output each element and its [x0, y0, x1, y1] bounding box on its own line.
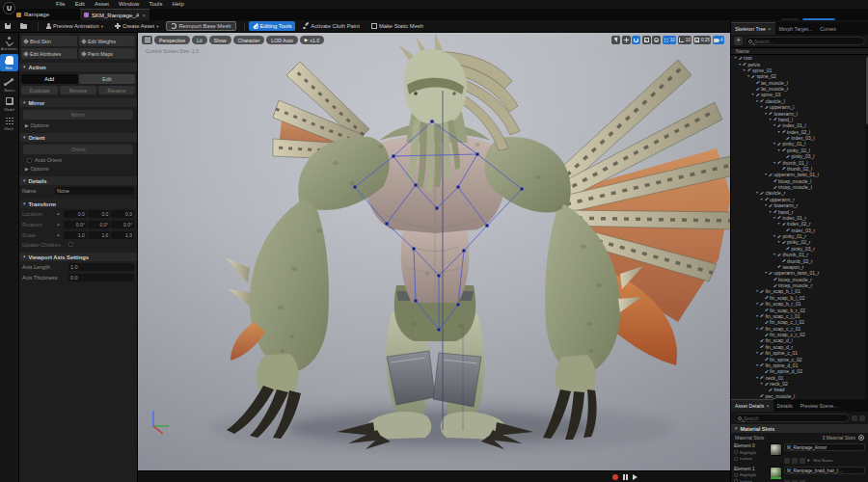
- browse-content-button[interactable]: [17, 21, 30, 31]
- save-button[interactable]: [2, 21, 14, 31]
- playback-speed-pill[interactable]: ▶x1.0: [300, 36, 324, 44]
- menu-window[interactable]: Window: [119, 0, 139, 9]
- close-icon[interactable]: ×: [768, 26, 772, 32]
- section-header-action[interactable]: ▼Action: [19, 63, 137, 71]
- paint-maps-button[interactable]: Paint Maps: [79, 48, 135, 59]
- camera-speed-button[interactable]: 4: [713, 36, 724, 44]
- transform-value-field[interactable]: 1.0: [64, 231, 87, 239]
- transform-value-field[interactable]: 0.0°: [88, 221, 111, 228]
- tree-row-pec_muscle_l[interactable]: pec_muscle_l: [731, 393, 868, 399]
- mirror-options-row[interactable]: ▶Options: [19, 120, 137, 129]
- activate-cloth-paint-button[interactable]: Activate Cloth Paint: [299, 21, 364, 31]
- section-header-details[interactable]: ▼Details: [19, 176, 137, 185]
- mirror-button[interactable]: Mirror: [23, 110, 133, 120]
- rotate-button[interactable]: [632, 36, 640, 44]
- tab-curves[interactable]: Curves: [816, 22, 839, 35]
- pause-icon[interactable]: [623, 474, 628, 480]
- reset-icon[interactable]: [800, 458, 805, 464]
- edit-weights-button[interactable]: Edit Weights: [79, 36, 135, 46]
- mode-bones[interactable]: Bones: [0, 73, 18, 94]
- reimport-base-mesh-button[interactable]: Reimport Base Mesh: [166, 21, 235, 31]
- use-selected-icon[interactable]: [784, 458, 790, 464]
- orient-button[interactable]: Orient: [23, 145, 133, 154]
- section-header-viewport-axis[interactable]: ▼Viewport Axis Settings: [19, 253, 137, 261]
- rename-button[interactable]: Rename: [98, 86, 135, 94]
- axis-setting-field[interactable]: 1.0: [68, 263, 134, 271]
- gear-icon[interactable]: [858, 435, 864, 441]
- lock-icon[interactable]: ▲: [55, 211, 62, 216]
- preview-animation-button[interactable]: Preview Animation▾: [42, 21, 107, 31]
- chevron-down-icon[interactable]: ▾: [807, 458, 809, 463]
- highlight-checkbox[interactable]: [734, 450, 738, 454]
- transform-value-field[interactable]: 0.0°: [64, 221, 87, 228]
- viewport-pill-show[interactable]: Show: [209, 36, 231, 44]
- viewport-pill-perspective[interactable]: Perspective: [154, 36, 190, 44]
- section-header-transform[interactable]: ▼Transform: [19, 200, 137, 208]
- viewport-pill-lit[interactable]: Lit: [192, 36, 206, 44]
- tab-preview-scene-[interactable]: Preview Scene...: [797, 399, 842, 412]
- 3d-viewport[interactable]: PerspectiveLitShowCharacterLOD Auto▶x1.0…: [138, 33, 730, 470]
- move-button[interactable]: [622, 36, 631, 44]
- make-static-mesh-button[interactable]: Make Static Mesh: [367, 21, 427, 31]
- mode-skin[interactable]: Skin: [0, 54, 18, 71]
- duplicate-button[interactable]: Duplicate: [21, 86, 58, 94]
- cursor-button[interactable]: [611, 36, 620, 44]
- menu-tools[interactable]: Tools: [149, 0, 162, 9]
- close-tab-icon[interactable]: ×: [142, 13, 146, 18]
- auto-orient-checkbox[interactable]: [27, 158, 32, 163]
- menu-help[interactable]: Help: [172, 0, 183, 9]
- tab-details[interactable]: Details: [773, 399, 797, 412]
- details-search-box[interactable]: [734, 414, 850, 422]
- save-settings-icon[interactable]: [852, 415, 857, 421]
- mode-animation[interactable]: Animation: [0, 35, 18, 52]
- transform-value-field[interactable]: 1.0: [88, 231, 111, 239]
- viewport-pill-character[interactable]: Character: [233, 36, 265, 44]
- transform-value-field[interactable]: 1.0: [111, 231, 134, 239]
- section-header-orient[interactable]: ▼Orient: [19, 133, 137, 142]
- update-children-checkbox[interactable]: [68, 242, 73, 247]
- menu-file[interactable]: File: [56, 0, 66, 9]
- tab-asset-details[interactable]: Asset Details×: [731, 399, 773, 412]
- details-search-input[interactable]: [744, 415, 846, 421]
- bind-skin-button[interactable]: Bind Skin: [21, 36, 77, 46]
- remove-button[interactable]: Remove: [60, 86, 96, 94]
- isolate-checkbox[interactable]: [734, 457, 738, 461]
- orient-options-row[interactable]: ▶Options: [19, 164, 137, 173]
- skeleton-search-box[interactable]: [745, 37, 865, 45]
- transform-value-field[interactable]: 0.0: [88, 210, 111, 218]
- material-dropdown[interactable]: M_Rampage_Armor: [784, 443, 865, 451]
- action-tab-edit[interactable]: Edit: [79, 74, 136, 84]
- material-slots-header[interactable]: ▼ Material Slots: [731, 424, 868, 433]
- skeleton-search-input[interactable]: [754, 39, 861, 44]
- tab-skeleton-tree[interactable]: Skeleton Tree×: [731, 22, 775, 35]
- name-field[interactable]: None: [55, 187, 134, 195]
- section-header-mirror[interactable]: ▼Mirror: [19, 98, 137, 107]
- editing-tools-button[interactable]: Editing Tools: [249, 21, 296, 31]
- scale-snap-button[interactable]: 0.25: [693, 36, 711, 44]
- unreal-logo-icon[interactable]: U: [3, 2, 15, 14]
- axis-setting-field[interactable]: 0.0: [68, 274, 134, 281]
- material-dropdown[interactable]: M_Rampage_braid_hair_f...: [784, 467, 865, 474]
- browse-icon[interactable]: [792, 458, 798, 464]
- lock-icon[interactable]: ▲: [55, 232, 62, 237]
- asset-tab[interactable]: SKM_Rampage_A ×: [80, 9, 149, 20]
- menu-edit[interactable]: Edit: [75, 0, 85, 9]
- menu-asset[interactable]: Asset: [95, 0, 109, 9]
- lock-icon[interactable]: ▲: [55, 222, 62, 227]
- scale-button[interactable]: [642, 36, 651, 44]
- view-options-icon[interactable]: [859, 415, 865, 421]
- transform-value-field[interactable]: 0.0°: [111, 221, 134, 228]
- action-tab-add[interactable]: Add: [21, 74, 78, 84]
- tab-morph-target-[interactable]: Morph Target...: [775, 22, 817, 35]
- viewport-menu-icon[interactable]: [142, 36, 152, 44]
- record-icon[interactable]: [612, 474, 618, 480]
- material-thumbnail[interactable]: [770, 443, 782, 456]
- highlight-checkbox[interactable]: [734, 473, 738, 477]
- edit-attributes-button[interactable]: Edit Attributes: [21, 48, 77, 59]
- breadcrumb[interactable]: Rampage: [16, 11, 49, 18]
- add-bone-button[interactable]: +: [734, 37, 743, 45]
- transform-value-field[interactable]: 0.0: [64, 210, 87, 218]
- transform-value-field[interactable]: 0.0: [111, 210, 134, 218]
- viewport-pill-lod-auto[interactable]: LOD Auto: [266, 36, 298, 44]
- close-icon[interactable]: ×: [766, 403, 770, 409]
